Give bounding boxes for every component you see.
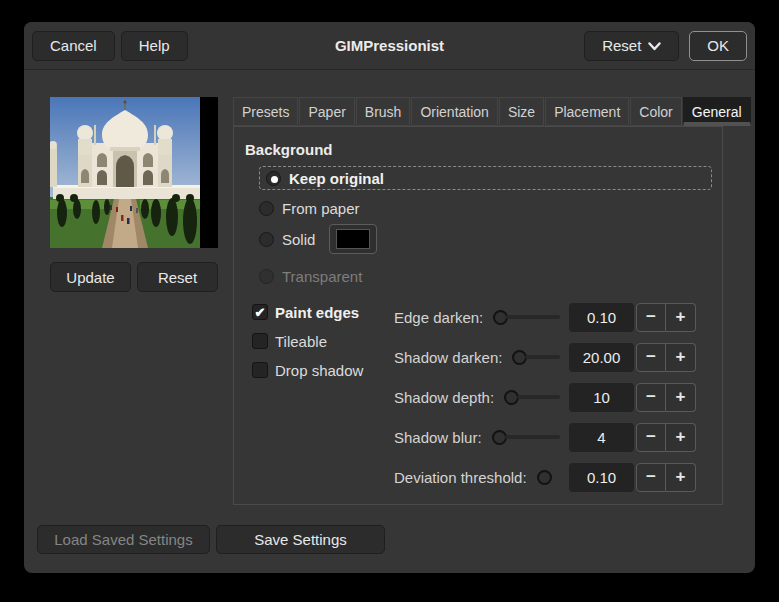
minus-button[interactable]: − — [636, 423, 666, 452]
tab-orientation[interactable]: Orientation — [411, 97, 497, 126]
slider-row-deviation-threshold: Deviation threshold: 0.10 −+ — [394, 462, 696, 492]
minus-button[interactable]: − — [636, 463, 666, 492]
checkbox-checked-icon: ✔ — [252, 304, 268, 320]
plus-button[interactable]: + — [666, 423, 696, 452]
radio-label: Keep original — [289, 170, 384, 187]
edge-darken-slider[interactable] — [493, 310, 560, 325]
checkbox-label: Tileable — [275, 333, 327, 350]
minus-button[interactable]: − — [636, 303, 666, 332]
load-saved-settings-button: Load Saved Settings — [37, 525, 210, 554]
tab-size[interactable]: Size — [499, 97, 544, 126]
checkbox-label: Drop shadow — [275, 362, 363, 379]
chevron-down-icon — [648, 37, 661, 54]
radio-label: Solid — [282, 231, 315, 248]
plus-button[interactable]: + — [666, 343, 696, 372]
dialog-header: Cancel Help GIMPressionist Reset OK — [24, 22, 755, 70]
radio-label: From paper — [282, 200, 360, 217]
slider-label: Deviation threshold: — [394, 469, 527, 486]
radio-button-icon — [259, 269, 274, 284]
tab-paper[interactable]: Paper — [299, 97, 354, 126]
checkbox-empty-icon — [252, 362, 268, 378]
tab-general[interactable]: General — [683, 97, 751, 126]
plus-button[interactable]: + — [666, 303, 696, 332]
minus-button[interactable]: − — [636, 383, 666, 412]
taj-mahal-preview-art — [50, 97, 200, 248]
preview-image — [50, 97, 218, 248]
gimpressionist-dialog: Cancel Help GIMPressionist Reset OK — [24, 22, 755, 573]
radio-label: Transparent — [282, 268, 362, 285]
update-preview-button[interactable]: Update — [50, 262, 131, 292]
checkbox-tileable[interactable]: Tileable — [252, 331, 327, 351]
slider-track[interactable] — [525, 355, 560, 359]
checkbox-paint-edges[interactable]: ✔ Paint edges — [252, 302, 359, 322]
ok-button[interactable]: OK — [689, 31, 747, 61]
shadow-depth-slider[interactable] — [504, 390, 560, 405]
reset-menu-button[interactable]: Reset — [584, 31, 679, 61]
plus-button[interactable]: + — [666, 383, 696, 412]
slider-track[interactable] — [505, 435, 560, 439]
tab-color[interactable]: Color — [630, 97, 681, 126]
plus-button[interactable]: + — [666, 463, 696, 492]
shadow-blur-slider[interactable] — [492, 430, 560, 445]
slider-row-shadow-blur: Shadow blur: 4 −+ — [394, 422, 696, 452]
shadow-darken-slider[interactable] — [512, 350, 560, 365]
radio-button-icon — [259, 201, 274, 216]
color-swatch — [336, 229, 370, 249]
radio-from-paper[interactable]: From paper — [259, 196, 360, 220]
radio-keep-original[interactable]: Keep original — [259, 166, 712, 190]
checkbox-empty-icon — [252, 333, 268, 349]
slider-row-shadow-darken: Shadow darken: 20.00 −+ — [394, 342, 696, 372]
general-tab-panel: Background Keep original From paper Soli… — [233, 126, 723, 505]
minus-button[interactable]: − — [636, 343, 666, 372]
slider-track[interactable] — [506, 315, 560, 319]
help-button[interactable]: Help — [121, 31, 188, 61]
radio-solid[interactable]: Solid — [259, 227, 377, 251]
cancel-button[interactable]: Cancel — [32, 31, 115, 61]
reset-preview-button[interactable]: Reset — [137, 262, 218, 292]
checkbox-drop-shadow[interactable]: Drop shadow — [252, 360, 363, 380]
tab-placement[interactable]: Placement — [545, 97, 629, 126]
save-settings-button[interactable]: Save Settings — [216, 525, 385, 554]
solid-color-swatch-button[interactable] — [329, 224, 377, 254]
slider-knob[interactable] — [537, 470, 552, 485]
deviation-threshold-value-field[interactable]: 0.10 — [569, 463, 634, 492]
shadow-blur-value-field[interactable]: 4 — [569, 423, 634, 452]
radio-button-icon — [259, 232, 274, 247]
tab-brush[interactable]: Brush — [356, 97, 411, 126]
slider-label: Shadow blur: — [394, 429, 482, 446]
slider-label: Shadow darken: — [394, 349, 502, 366]
notebook-tab-bar: Presets Paper Brush Orientation Size Pla… — [233, 97, 752, 126]
shadow-depth-value-field[interactable]: 10 — [569, 383, 634, 412]
slider-row-edge-darken: Edge darken: 0.10 −+ — [394, 302, 696, 332]
radio-button-icon — [266, 171, 281, 186]
edge-darken-value-field[interactable]: 0.10 — [569, 303, 634, 332]
checkbox-label: Paint edges — [275, 304, 359, 321]
reset-menu-label: Reset — [602, 37, 641, 54]
shadow-darken-value-field[interactable]: 20.00 — [569, 343, 634, 372]
slider-track[interactable] — [517, 395, 560, 399]
radio-transparent: Transparent — [259, 264, 362, 288]
deviation-threshold-slider[interactable] — [537, 470, 560, 485]
background-section-title: Background — [245, 141, 333, 158]
slider-label: Shadow depth: — [394, 389, 494, 406]
slider-label: Edge darken: — [394, 309, 483, 326]
slider-row-shadow-depth: Shadow depth: 10 −+ — [394, 382, 696, 412]
tab-presets[interactable]: Presets — [233, 97, 298, 126]
